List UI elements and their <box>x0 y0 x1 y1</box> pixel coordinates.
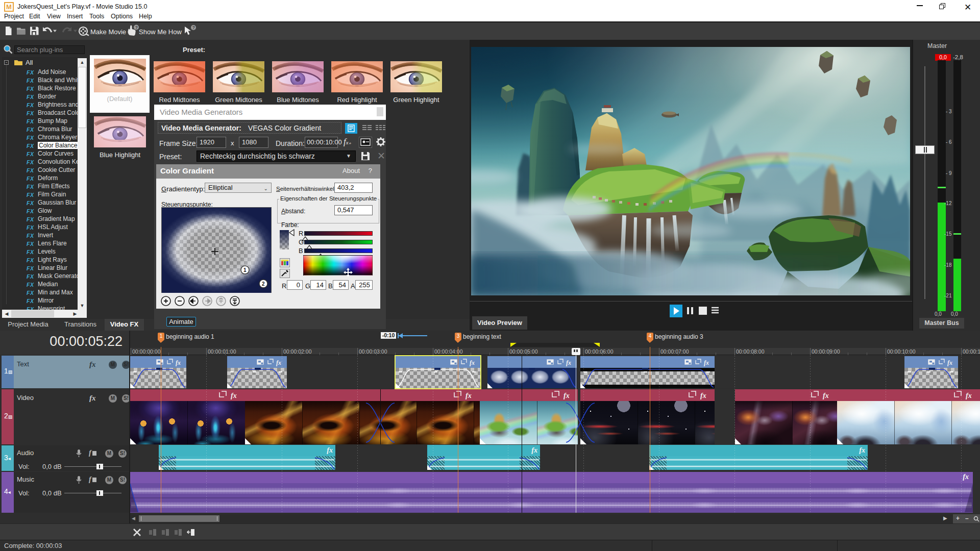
svg-text:fx: fx <box>823 392 829 399</box>
svg-text:fx: fx <box>465 392 472 399</box>
svg-text:fx: fx <box>231 392 237 399</box>
svg-text:fx: fx <box>704 359 709 366</box>
svg-text:?: ? <box>192 25 195 30</box>
svg-text:fx: fx <box>566 359 571 366</box>
svg-text:fx: fx <box>947 359 952 366</box>
svg-text:1: 1 <box>243 267 247 273</box>
svg-text:fx: fx <box>966 392 972 399</box>
svg-text:fx: fx <box>700 392 706 399</box>
svg-text:2: 2 <box>262 281 265 287</box>
svg-text:fx: fx <box>176 359 181 366</box>
svg-text:fx: fx <box>470 359 475 366</box>
svg-text:fx: fx <box>564 392 570 399</box>
svg-text:fx: fx <box>276 359 281 366</box>
svg-text:?: ? <box>135 25 138 30</box>
